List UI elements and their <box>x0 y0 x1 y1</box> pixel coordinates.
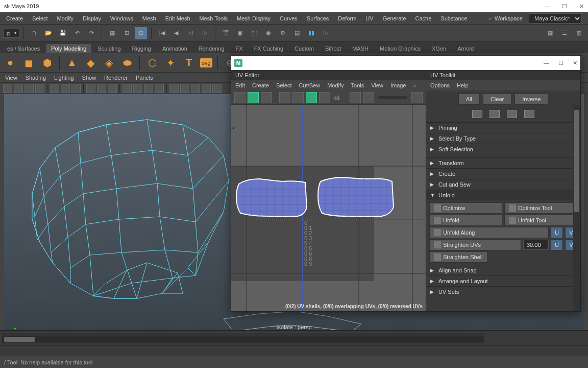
channel-box-icon[interactable]: ▥ <box>573 27 585 39</box>
bookmark-icon[interactable] <box>24 84 34 93</box>
menu-modify[interactable]: Modify <box>57 15 74 21</box>
camera-select-icon[interactable] <box>3 84 12 93</box>
menu-select[interactable]: Select <box>32 15 48 21</box>
uv-baked-icon[interactable] <box>363 92 374 103</box>
attr-editor-icon[interactable]: ☰ <box>558 27 571 39</box>
straighten-angle-input[interactable] <box>523 240 549 250</box>
poly-sphere-icon[interactable]: ● <box>3 56 17 70</box>
section-soft-selection[interactable]: ▶Soft Selection <box>426 144 580 154</box>
render-settings-icon[interactable]: ⚙ <box>277 27 289 39</box>
poly-cylinder-icon[interactable]: ⬢ <box>40 56 54 70</box>
select-all-button[interactable]: All <box>458 94 480 105</box>
tab-custom[interactable]: Custom <box>289 44 319 53</box>
uv-grid-toggle-icon[interactable] <box>306 92 317 103</box>
poly-type-icon[interactable]: T <box>182 56 196 70</box>
use-lights-icon[interactable] <box>155 84 164 93</box>
poly-torus-icon[interactable]: ◈ <box>102 56 116 70</box>
section-align-snap[interactable]: ▶Align and Snap <box>426 265 580 275</box>
redo-icon[interactable]: ↷ <box>85 27 97 39</box>
toolkit-scrollbar[interactable] <box>573 105 580 311</box>
render-view-icon[interactable]: 🎬 <box>219 27 232 39</box>
unfold-along-button[interactable]: Unfold Along <box>429 227 549 238</box>
tab-fx-caching[interactable]: FX Caching <box>249 44 288 53</box>
menu-windows[interactable]: Windows <box>110 15 133 21</box>
select-inverse-button[interactable]: Inverse <box>514 94 548 105</box>
uv-menu-view[interactable]: View <box>371 82 383 88</box>
pause-icon[interactable]: ▮▮ <box>305 27 317 39</box>
uv-mode-icon[interactable] <box>524 110 534 118</box>
section-transform[interactable]: ▶Transform <box>426 158 580 168</box>
snap-curve-icon[interactable]: ⊡ <box>135 27 147 39</box>
2d-pan-icon[interactable] <box>50 84 59 93</box>
poly-cube-icon[interactable]: ◼ <box>21 56 36 70</box>
tab-curves-surfaces[interactable]: es / Surfaces <box>2 44 45 53</box>
grid-toggle-icon[interactable] <box>71 84 81 93</box>
resolution-gate-icon[interactable] <box>97 84 106 93</box>
panel-panels[interactable]: Panels <box>136 75 153 81</box>
uv-dim-slider[interactable] <box>378 96 407 99</box>
uv-menu-edit[interactable]: Edit <box>235 82 245 88</box>
minimize-button[interactable]: — <box>544 3 550 10</box>
isolate-select-icon[interactable] <box>212 84 222 93</box>
vertex-mode-icon[interactable] <box>472 110 482 118</box>
maximize-button[interactable]: ☐ <box>562 3 567 10</box>
grease-pencil-icon[interactable] <box>61 84 70 93</box>
textured-icon[interactable] <box>144 84 153 93</box>
uv-menu-modify[interactable]: Modify <box>327 82 344 88</box>
unfold-tool-button[interactable]: Unfold Tool <box>504 215 577 226</box>
workspace-dropdown[interactable]: Maya Classic* <box>529 13 582 24</box>
panel-view[interactable]: View <box>5 75 17 81</box>
poly-disc-icon[interactable]: ⬬ <box>120 56 134 70</box>
menu-meshdisplay[interactable]: Mesh Display <box>237 15 271 21</box>
toolkit-menu-options[interactable]: Options <box>430 82 450 88</box>
straighten-uvs-button[interactable]: Straighten UVs <box>429 239 521 250</box>
uv-lattice-icon[interactable] <box>234 92 246 103</box>
tab-rendering[interactable]: Rendering <box>193 44 230 53</box>
uv-canvas[interactable]: 00.10.2 0.30.40.5 0.60.80.9 (0/2) UV she… <box>231 105 426 311</box>
uv-menu-tools[interactable]: Tools <box>351 82 364 88</box>
menu-meshtools[interactable]: Mesh Tools <box>200 15 228 21</box>
step-back-icon[interactable]: ◁ <box>184 27 197 39</box>
tab-mash[interactable]: MASH <box>347 44 374 53</box>
uv-menu-select[interactable]: Select <box>276 82 292 88</box>
wireframe-icon[interactable] <box>122 84 132 93</box>
uv-shell-icon[interactable] <box>248 92 259 103</box>
tab-sculpting[interactable]: Sculpting <box>92 44 126 53</box>
uv-menu-cutsew[interactable]: Cut/Sew <box>299 82 321 88</box>
menu-mesh[interactable]: Mesh <box>142 15 156 21</box>
poly-plane-icon[interactable]: ◆ <box>83 56 97 70</box>
open-scene-icon[interactable]: 📂 <box>42 27 55 39</box>
edge-mode-icon[interactable] <box>489 110 500 118</box>
menu-surfaces[interactable]: Surfaces <box>307 15 329 21</box>
undo-icon[interactable]: ↶ <box>71 27 83 39</box>
uv-menu-create[interactable]: Create <box>252 82 269 88</box>
gate-mask-icon[interactable] <box>108 84 117 93</box>
tab-poly-modeling[interactable]: Poly Modeling <box>46 44 91 53</box>
snap-grid-icon[interactable]: ⊞ <box>120 27 133 39</box>
select-clear-button[interactable]: Clear <box>483 94 511 105</box>
uv-snap-icon[interactable] <box>261 92 272 103</box>
tab-motion-graphics[interactable]: Motion Graphics <box>375 44 426 53</box>
layout-icon[interactable]: ▦ <box>544 27 556 39</box>
section-cut-and-sew[interactable]: ▶Cut and Sew <box>426 179 580 190</box>
tab-animation[interactable]: Animation <box>157 44 192 53</box>
panel-renderer[interactable]: Renderer <box>104 75 128 81</box>
range-slider[interactable] <box>0 346 588 356</box>
svg-icon[interactable]: svg <box>200 58 212 67</box>
uv-minimize-button[interactable]: — <box>544 60 549 66</box>
time-slider[interactable] <box>0 330 588 346</box>
menu-generate[interactable]: Generate <box>383 15 406 21</box>
section-uv-sets[interactable]: ▶UV Sets <box>426 287 580 297</box>
menu-create[interactable]: Create <box>6 15 23 21</box>
ao-icon[interactable] <box>180 84 189 93</box>
menu-display[interactable]: Display <box>83 15 101 21</box>
menu-substance[interactable]: Substance <box>440 15 467 21</box>
shadows-icon[interactable] <box>169 84 179 93</box>
uv-close-button[interactable]: ✕ <box>573 60 577 66</box>
panel-shading[interactable]: Shading <box>26 75 46 81</box>
render-frame-icon[interactable]: ▣ <box>234 27 246 39</box>
poly-cone-icon[interactable]: ▲ <box>65 56 79 70</box>
film-gate-icon[interactable] <box>86 84 95 93</box>
straighten-shell-button[interactable]: Straighten Shell <box>429 251 487 263</box>
menu-cache[interactable]: Cache <box>415 15 432 21</box>
